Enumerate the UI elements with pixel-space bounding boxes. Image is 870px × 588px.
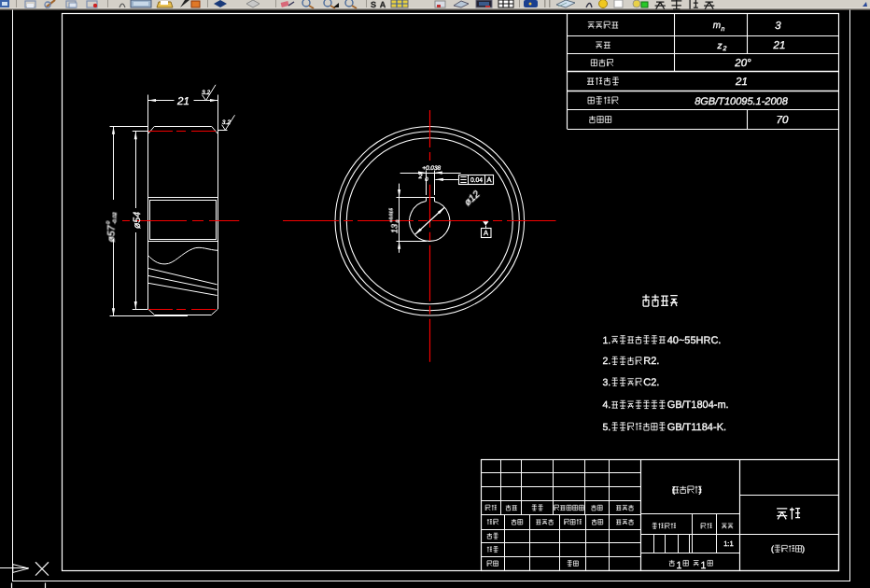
svg-text:70: 70 bbox=[777, 115, 789, 126]
svg-text:GB/T1184-K.: GB/T1184-K. bbox=[667, 422, 726, 433]
svg-text:13: 13 bbox=[389, 224, 399, 233]
svg-text:21: 21 bbox=[735, 77, 748, 88]
svg-text:1:1: 1:1 bbox=[723, 539, 733, 548]
svg-text:1: 1 bbox=[677, 560, 682, 571]
svg-text:GB/T1804-m.: GB/T1804-m. bbox=[667, 399, 729, 411]
svg-text:1: 1 bbox=[701, 560, 707, 571]
svg-text:): ) bbox=[698, 485, 701, 496]
svg-text:C2.: C2. bbox=[643, 377, 659, 388]
svg-text:m: m bbox=[713, 21, 721, 31]
svg-text:3: 3 bbox=[775, 21, 781, 32]
svg-text:4.: 4. bbox=[602, 399, 610, 411]
svg-text:21: 21 bbox=[176, 96, 189, 107]
svg-text:S: S bbox=[371, 0, 376, 9]
svg-text:3.2: 3.2 bbox=[202, 90, 210, 96]
svg-text:n: n bbox=[722, 26, 725, 33]
svg-text:1.: 1. bbox=[602, 335, 610, 346]
svg-text:8GB/T10095.1-2008: 8GB/T10095.1-2008 bbox=[695, 96, 789, 107]
svg-text:2: 2 bbox=[723, 46, 727, 52]
svg-text:z: z bbox=[717, 41, 723, 51]
svg-text:0.04: 0.04 bbox=[470, 177, 483, 184]
svg-text:A: A bbox=[380, 0, 386, 9]
svg-text:+0.015: +0.015 bbox=[389, 208, 395, 223]
svg-text:3.2: 3.2 bbox=[222, 119, 231, 126]
svg-text:2: 2 bbox=[418, 174, 423, 180]
svg-text:21: 21 bbox=[773, 40, 786, 51]
svg-text:ø54: ø54 bbox=[132, 212, 143, 229]
svg-text:(: ( bbox=[771, 544, 774, 553]
svg-text:-0.02: -0.02 bbox=[112, 212, 118, 224]
svg-text:+0.038: +0.038 bbox=[422, 165, 441, 172]
svg-text:): ) bbox=[802, 544, 805, 553]
svg-text:R2.: R2. bbox=[643, 356, 659, 367]
svg-text:A: A bbox=[486, 175, 491, 184]
svg-text:ø57: ø57 bbox=[105, 224, 117, 242]
svg-text:5.: 5. bbox=[602, 422, 610, 433]
svg-text:A: A bbox=[484, 229, 488, 237]
svg-text:0: 0 bbox=[395, 220, 400, 223]
svg-text:2.: 2. bbox=[602, 356, 610, 367]
svg-text:40~55HRC.: 40~55HRC. bbox=[667, 335, 722, 346]
svg-text:3.: 3. bbox=[602, 377, 610, 388]
svg-text:20°: 20° bbox=[734, 58, 751, 69]
